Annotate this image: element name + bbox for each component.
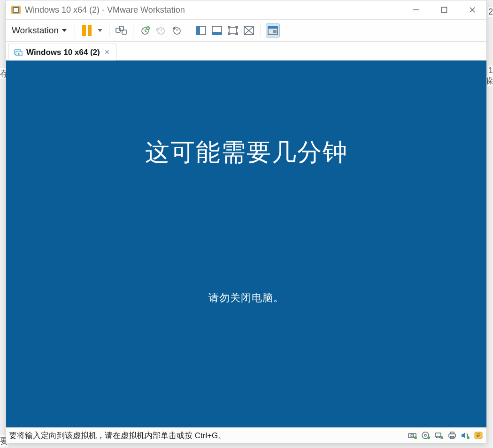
svg-rect-47 bbox=[449, 434, 455, 437]
vmware-window: Windows 10 x64 (2) - VMware Workstation … bbox=[6, 0, 487, 443]
svg-rect-43 bbox=[435, 433, 441, 437]
separator bbox=[133, 23, 133, 38]
fullscreen-icon bbox=[228, 26, 238, 35]
maximize-button[interactable] bbox=[430, 0, 458, 19]
tab-bar: Windows 10 x64 (2) × bbox=[6, 42, 486, 61]
snapshot-manager-button[interactable] bbox=[170, 23, 184, 38]
clock-gear-icon bbox=[172, 25, 182, 36]
split-view-icon bbox=[196, 26, 206, 35]
vmware-app-icon bbox=[11, 5, 21, 15]
thumbnail-bar-button[interactable] bbox=[210, 23, 224, 38]
hard-disk-icon[interactable] bbox=[408, 430, 418, 440]
show-library-button[interactable] bbox=[194, 23, 208, 38]
svg-rect-48 bbox=[450, 432, 454, 434]
snapshot-take-button[interactable] bbox=[138, 23, 152, 38]
clock-plus-icon bbox=[140, 25, 150, 36]
fullscreen-button[interactable] bbox=[226, 23, 240, 38]
pause-vm-button[interactable] bbox=[80, 23, 94, 38]
sound-card-icon[interactable] bbox=[460, 430, 470, 440]
svg-line-14 bbox=[145, 31, 146, 32]
svg-rect-4 bbox=[442, 8, 447, 13]
svg-rect-32 bbox=[268, 26, 277, 29]
device-tray bbox=[408, 430, 484, 440]
vm-tab-label: Windows 10 x64 (2) bbox=[26, 48, 100, 57]
console-view-button[interactable] bbox=[266, 23, 280, 38]
guest-primary-message: 这可能需要几分钟 bbox=[145, 136, 348, 169]
svg-marker-7 bbox=[62, 29, 67, 32]
message-log-icon[interactable] bbox=[473, 430, 484, 440]
clock-back-icon bbox=[156, 25, 166, 36]
svg-marker-8 bbox=[98, 29, 102, 32]
bottom-bar-icon bbox=[212, 26, 222, 35]
chevron-down-icon bbox=[62, 28, 67, 33]
separator bbox=[75, 23, 75, 38]
workstation-menu[interactable]: Workstation bbox=[9, 23, 70, 38]
chevron-down-icon bbox=[98, 28, 102, 33]
svg-point-41 bbox=[424, 434, 426, 436]
svg-rect-27 bbox=[229, 27, 237, 34]
minimize-button[interactable] bbox=[402, 0, 430, 19]
titlebar: Windows 10 x64 (2) - VMware Workstation bbox=[6, 0, 486, 19]
toolbar: Workstation bbox=[6, 19, 486, 42]
pause-icon bbox=[82, 25, 92, 36]
snapshot-revert-button[interactable] bbox=[154, 23, 168, 38]
separator bbox=[189, 23, 189, 38]
svg-marker-50 bbox=[462, 432, 465, 439]
separator bbox=[261, 23, 261, 38]
network-adapter-icon[interactable] bbox=[434, 430, 444, 440]
console-icon bbox=[268, 26, 278, 35]
unity-mode-button[interactable] bbox=[242, 23, 256, 38]
power-dropdown[interactable] bbox=[96, 28, 104, 33]
send-ctrl-alt-del-button[interactable] bbox=[114, 23, 128, 38]
tab-close-button[interactable]: × bbox=[104, 47, 111, 57]
svg-rect-24 bbox=[196, 26, 200, 35]
vm-tab-icon bbox=[14, 48, 23, 57]
window-title: Windows 10 x64 (2) - VMware Workstation bbox=[25, 5, 402, 15]
svg-rect-33 bbox=[273, 30, 277, 33]
svg-point-42 bbox=[427, 436, 430, 439]
keys-icon bbox=[116, 25, 127, 36]
workstation-menu-label: Workstation bbox=[12, 25, 59, 36]
svg-point-51 bbox=[467, 436, 470, 439]
cd-dvd-icon[interactable] bbox=[421, 430, 431, 440]
guest-screen[interactable]: 这可能需要几分钟 请勿关闭电脑。 bbox=[6, 61, 486, 427]
svg-rect-26 bbox=[212, 32, 222, 35]
svg-point-38 bbox=[411, 434, 414, 437]
guest-secondary-message: 请勿关闭电脑。 bbox=[208, 291, 284, 305]
close-button[interactable] bbox=[458, 0, 486, 19]
printer-icon[interactable] bbox=[447, 430, 457, 440]
unity-icon bbox=[244, 26, 254, 35]
vm-tab[interactable]: Windows 10 x64 (2) × bbox=[8, 44, 116, 61]
svg-rect-45 bbox=[439, 437, 440, 438]
svg-rect-44 bbox=[436, 437, 438, 438]
svg-point-46 bbox=[440, 436, 443, 439]
bg-text: 1 bbox=[488, 66, 493, 76]
svg-rect-2 bbox=[14, 8, 18, 12]
separator bbox=[109, 23, 109, 38]
status-bar: 要将输入定向到该虚拟机，请在虚拟机内部单击或按 Ctrl+G。 bbox=[6, 427, 486, 443]
bg-text: 2 bbox=[488, 7, 493, 17]
status-hint: 要将输入定向到该虚拟机，请在虚拟机内部单击或按 Ctrl+G。 bbox=[9, 430, 408, 441]
svg-point-39 bbox=[414, 436, 417, 439]
